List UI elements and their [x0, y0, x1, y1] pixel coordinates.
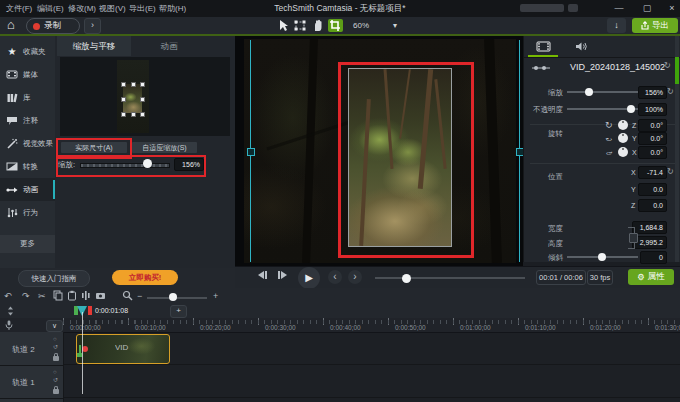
camera-icon[interactable] [95, 290, 106, 301]
rotate-y-value[interactable]: 0.0° [638, 132, 667, 145]
track2-lane[interactable]: VID [63, 332, 680, 365]
sidebar-item-favorites[interactable]: ★ 收藏夹 [0, 40, 55, 63]
rotate-x-knob[interactable] [618, 147, 628, 157]
add-button[interactable]: + [170, 305, 187, 318]
opacity-slider-thumb[interactable] [627, 105, 635, 113]
track1-lock-icon[interactable] [53, 389, 59, 394]
sidebar-item-behaviors[interactable]: 行为 [0, 201, 55, 224]
track-height-icon[interactable] [6, 306, 15, 316]
rotate-z-value[interactable]: 0.0° [638, 119, 667, 132]
record-options-chevron[interactable]: › [84, 18, 101, 34]
track1-loop-icon[interactable]: ↺ [53, 377, 58, 384]
play-button[interactable]: ▶ [298, 267, 320, 289]
sidebar-item-media[interactable]: 媒体 [0, 63, 55, 86]
zoom-out-icon[interactable]: − [137, 290, 142, 302]
scale-slider[interactable] [567, 91, 638, 93]
properties-button[interactable]: ⚙ 属性 [628, 269, 674, 285]
track1-lane[interactable] [63, 365, 680, 398]
resize-handle[interactable] [140, 97, 145, 102]
resize-handle[interactable] [140, 112, 145, 117]
scale-value[interactable]: 156% [638, 86, 667, 99]
track2-lock-icon[interactable] [53, 356, 59, 361]
sidebar-item-visual-effects[interactable]: 视觉效果 [0, 132, 55, 155]
skew-value[interactable]: 0 [640, 251, 667, 264]
collapse-tracks-chevron[interactable]: ∨ [46, 320, 63, 332]
playhead-out-handle[interactable] [88, 306, 92, 315]
timeline-zoom-thumb[interactable] [169, 293, 177, 301]
minimize-button[interactable]: — [608, 1, 630, 16]
track2-toggle-icon[interactable]: ○ [53, 336, 57, 343]
next-animation-button[interactable]: › [348, 270, 362, 284]
export-button[interactable]: 导出 [632, 18, 678, 33]
magnifier-icon[interactable] [122, 290, 133, 301]
cut-icon[interactable]: ✂ [38, 290, 46, 302]
track1-header[interactable]: 轨道 1 ○ ↺ [0, 365, 63, 399]
reset-position-icon[interactable]: ↻ [667, 168, 674, 176]
canvas[interactable] [235, 36, 523, 266]
microphone-icon[interactable] [5, 320, 13, 331]
playhead-line[interactable] [82, 312, 83, 394]
quick-start-button[interactable]: 快速入门指南 [18, 270, 90, 287]
maximize-button[interactable]: ▢ [636, 1, 658, 16]
track2-loop-icon[interactable]: ↺ [53, 344, 58, 351]
copy-icon[interactable] [53, 290, 63, 301]
sidebar-item-transitions[interactable]: 转换 [0, 155, 55, 178]
scrubber-thumb[interactable] [402, 274, 411, 283]
home-icon[interactable]: ⌂ [7, 17, 15, 32]
transform-tool-icon[interactable] [293, 19, 307, 32]
position-y-value[interactable]: 0.0 [638, 183, 667, 196]
download-button[interactable]: ↓ [607, 18, 626, 33]
zoom-in-icon[interactable]: + [213, 290, 218, 302]
resize-handle[interactable] [131, 82, 136, 87]
selection-handle-left[interactable] [247, 148, 255, 156]
timeline-zoom-slider[interactable] [147, 297, 207, 299]
cursor-tool-icon[interactable] [276, 19, 290, 32]
sidebar-item-library[interactable]: 库 [0, 86, 55, 109]
resize-handle[interactable] [121, 97, 126, 102]
position-x-value[interactable]: -71.4 [638, 166, 667, 179]
reset-scale-icon[interactable]: ↻ [667, 88, 674, 96]
resize-handle[interactable] [140, 82, 145, 87]
fit-scale-button[interactable]: 自适应缩放(S) [132, 142, 197, 153]
zoom-preview-area[interactable] [60, 57, 230, 136]
sidebar-item-annotations[interactable]: 注释 [0, 109, 55, 132]
tab-visual-properties[interactable] [524, 36, 562, 57]
close-button[interactable]: × [661, 1, 680, 16]
track2-header[interactable]: 轨道 2 ○ ↺ [0, 332, 63, 366]
pan-hand-tool-icon[interactable] [311, 19, 325, 32]
step-back-button[interactable] [258, 271, 267, 279]
crop-tool-icon[interactable] [328, 19, 343, 32]
buy-now-button[interactable]: 立即购买! [112, 270, 178, 285]
panel-scrollbar[interactable] [675, 36, 679, 262]
opacity-value[interactable]: 100% [638, 103, 667, 116]
sidebar-item-animations[interactable]: 动画 [0, 178, 55, 201]
redo-icon[interactable]: ↷ [22, 290, 30, 302]
step-forward-button[interactable] [278, 271, 287, 279]
rotate-z-knob[interactable] [618, 120, 628, 130]
tab-animations[interactable]: 动画 [132, 36, 206, 56]
resize-handle[interactable] [131, 112, 136, 117]
track1-toggle-icon[interactable]: ○ [53, 369, 57, 376]
position-z-value[interactable]: 0.0 [638, 199, 667, 212]
rotate-x-value[interactable]: 0.0° [638, 146, 667, 159]
undo-icon[interactable]: ↶ [4, 290, 12, 302]
tab-audio-properties[interactable] [562, 36, 600, 57]
paste-icon[interactable] [67, 290, 77, 301]
tab-zoom-pan[interactable]: 缩放与平移 [57, 36, 131, 56]
audio-icon[interactable] [81, 290, 91, 301]
scrubber-track[interactable] [375, 277, 525, 279]
scrollbar-thumb[interactable] [675, 57, 679, 84]
timeline-ruler[interactable]: ∨ 0:00:00;00 0:00:10;00 0:00:20;00 0:00:… [0, 318, 680, 333]
prev-animation-button[interactable]: ‹ [328, 270, 342, 284]
sidebar-more-button[interactable]: 更多 [0, 235, 55, 253]
resize-handle[interactable] [121, 82, 126, 87]
reset-all-icon[interactable]: ↻ [664, 62, 671, 70]
rotate-y-knob[interactable] [618, 133, 628, 143]
canvas-zoom-dropdown[interactable]: 60% ▾ [353, 19, 397, 32]
skew-slider-thumb[interactable] [598, 253, 606, 261]
video-clip[interactable]: VID [76, 334, 170, 364]
link-dimensions-icon[interactable] [629, 233, 638, 243]
record-button[interactable]: 录制 [26, 18, 80, 34]
scale-slider-thumb[interactable] [585, 88, 593, 96]
fps-display[interactable]: 30 fps [587, 270, 613, 285]
